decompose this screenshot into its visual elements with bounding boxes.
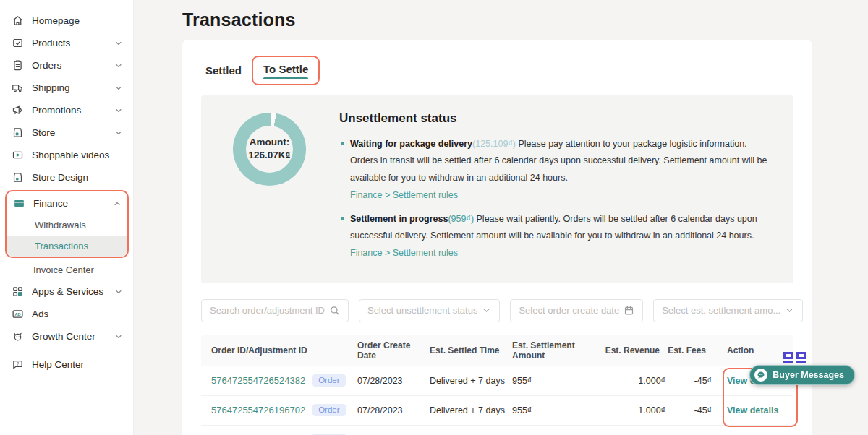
est-revenue: 1.000₫	[596, 405, 665, 415]
sidebar-item-label: Homepage	[32, 14, 123, 27]
sidebar-item-label: Store	[32, 126, 106, 139]
col-settled-time: Est. Settled Time	[430, 345, 512, 356]
donut-ring: Amount: 126.07K₫	[233, 113, 306, 186]
sidebar-subitem-invoice-center[interactable]: Invoice Center	[0, 259, 133, 280]
settlement-rules-link[interactable]: Finance > Settlement rules	[350, 248, 458, 258]
order-type-badge: Order	[312, 404, 345, 416]
store-icon	[12, 126, 24, 139]
amount-select-placeholder: Select est. settlement amo...	[662, 305, 780, 316]
home-icon	[12, 14, 24, 27]
unsettlement-status-heading: Unsettlement status	[339, 111, 776, 126]
donut-amount-value: 126.07K₫	[249, 149, 291, 162]
sidebar-item-finance[interactable]: Finance	[7, 192, 127, 215]
est-revenue: 1.000₫	[596, 376, 665, 386]
shipping-icon	[12, 82, 24, 94]
finance-icon	[13, 197, 25, 210]
sidebar-item-label: Shipping	[32, 82, 106, 94]
col-revenue: Est. Revenue	[596, 345, 665, 356]
bullet-bold-text: Waiting for package delivery	[350, 139, 472, 149]
widget-square-icon	[796, 352, 806, 363]
buyer-messages-button[interactable]: Buyer Messages	[749, 365, 855, 385]
order-id-link[interactable]: 576472554726524382	[211, 375, 305, 386]
sidebar-item-help-center[interactable]: ? Help Center	[0, 353, 133, 376]
sidebar-item-label: Apps & Services	[32, 285, 106, 298]
settlement-rules-link[interactable]: Finance > Settlement rules	[350, 190, 458, 200]
chevron-down-icon	[482, 306, 491, 315]
chevron-up-icon	[113, 199, 122, 208]
settlement-amount-select[interactable]: Select est. settlement amo...	[653, 299, 803, 322]
sidebar-item-growth-center[interactable]: Growth Center	[0, 325, 133, 348]
chevron-down-icon	[785, 306, 794, 315]
page-title: Transactions	[182, 9, 868, 30]
table-row: 576472554726458846Order 07/28/2023 Deliv…	[201, 426, 793, 435]
sidebar-item-label: Finance	[33, 197, 105, 210]
order-create-date-picker[interactable]: Select order create date	[510, 299, 643, 322]
sidebar: Homepage Products Orders Shipping Promot…	[0, 0, 134, 435]
col-create-date: Order Create Date	[357, 340, 430, 361]
view-details-link[interactable]: View details	[727, 405, 778, 415]
sidebar-item-shipping[interactable]: Shipping	[0, 77, 133, 99]
shoppable-videos-icon	[12, 149, 24, 161]
chevron-down-icon	[114, 61, 123, 70]
status-select-placeholder: Select unsettlement status	[367, 305, 477, 316]
sidebar-item-products[interactable]: Products	[0, 32, 133, 54]
est-settled-time: Delivered + 7 days	[430, 405, 512, 415]
tab-settled[interactable]: Settled	[201, 61, 246, 80]
tab-bar: Settled To Settle	[201, 56, 793, 85]
table-header-row: Order ID/Adjustment ID Order Create Date…	[201, 335, 793, 366]
donut-amount-label: Amount:	[250, 136, 289, 149]
chevron-down-icon	[114, 288, 123, 296]
search-icon	[329, 305, 340, 316]
sidebar-subitem-withdrawals[interactable]: Withdrawals	[7, 215, 127, 236]
unsettlement-status-select[interactable]: Select unsettlement status	[359, 299, 500, 322]
sidebar-item-label: Shoppable videos	[32, 149, 123, 161]
sidebar-item-label: Growth Center	[32, 330, 106, 343]
growth-center-icon	[12, 330, 24, 343]
sidebar-item-label: Orders	[32, 59, 106, 72]
sidebar-item-label: Store Design	[32, 171, 123, 184]
col-settlement-amount: Est. Settlement Amount	[512, 340, 596, 361]
sidebar-item-label: Ads	[32, 308, 123, 320]
est-settlement-amount: 955₫	[512, 376, 596, 386]
chevron-down-icon	[114, 39, 123, 48]
col-action: Action	[718, 335, 793, 366]
est-fees: -45₫	[665, 376, 712, 386]
sidebar-item-store-design[interactable]: Store Design	[0, 166, 133, 189]
sidebar-item-ads[interactable]: AD Ads	[0, 303, 133, 325]
sidebar-item-store[interactable]: Store	[0, 121, 133, 144]
floating-widget-icons[interactable]	[783, 352, 806, 363]
unsettlement-status-panel: Amount: 126.07K₫ Unsettlement status Wai…	[201, 95, 793, 283]
apps-services-icon	[12, 285, 24, 298]
tab-to-settle[interactable]: To Settle	[259, 59, 312, 83]
sidebar-item-promotions[interactable]: Promotions	[0, 99, 133, 121]
sidebar-item-label: Help Center	[32, 358, 123, 371]
chevron-down-icon	[114, 106, 123, 115]
col-order-id: Order ID/Adjustment ID	[211, 345, 357, 356]
orders-icon	[12, 59, 24, 72]
sidebar-item-label: Products	[32, 37, 106, 49]
settlement-in-progress-bullet: Settlement in progress(959₫) Please wait…	[339, 211, 776, 262]
sidebar-subitem-transactions[interactable]: Transactions	[7, 236, 127, 257]
table-row: 576472554726524382Order 07/28/2023 Deliv…	[201, 366, 793, 396]
sidebar-item-orders[interactable]: Orders	[0, 54, 133, 77]
amount-donut-chart: Amount: 126.07K₫	[216, 111, 306, 269]
sidebar-item-homepage[interactable]: Homepage	[0, 9, 133, 32]
svg-text:AD: AD	[14, 312, 20, 316]
est-settlement-amount: 955₫	[512, 405, 596, 415]
finance-annotation-box: Finance Withdrawals Transactions	[5, 190, 129, 258]
order-id-link[interactable]: 576472554726196702	[211, 405, 305, 415]
sidebar-item-shoppable-videos[interactable]: Shoppable videos	[0, 144, 133, 166]
filter-bar: Search order/adjustment ID Select unsett…	[201, 299, 793, 322]
bullet-amount: (125.109₫)	[472, 139, 516, 149]
active-tab-underline	[263, 77, 308, 79]
bullet-amount: (959₫)	[448, 214, 474, 224]
products-icon	[12, 37, 24, 49]
chevron-down-icon	[114, 129, 123, 137]
search-placeholder: Search order/adjustment ID	[210, 305, 325, 316]
calendar-icon	[624, 305, 634, 316]
tab-to-settle-label: To Settle	[263, 63, 308, 75]
bullet-bold-text: Settlement in progress	[350, 214, 448, 224]
waiting-for-delivery-bullet: Waiting for package delivery(125.109₫) P…	[339, 136, 776, 204]
search-order-input[interactable]: Search order/adjustment ID	[201, 299, 349, 322]
sidebar-item-apps-services[interactable]: Apps & Services	[0, 280, 133, 303]
